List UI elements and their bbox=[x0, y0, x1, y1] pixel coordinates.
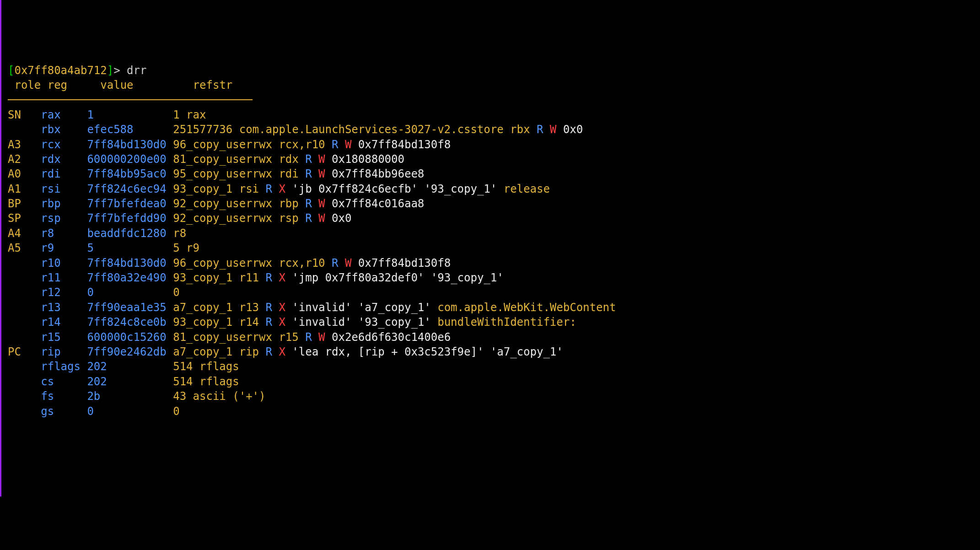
reg-cell: rsp bbox=[41, 211, 87, 226]
refstr-segment: release bbox=[504, 183, 550, 195]
refstr-segment: W bbox=[318, 212, 332, 225]
refstr-segment: 81_copy_userrwx r15 bbox=[173, 331, 305, 344]
register-rows: SNrax11 raxrbxefec588251577736 com.apple… bbox=[8, 108, 974, 419]
register-row: A1rsi7ff824c6ec9493_copy_1 rsi R X 'jb 0… bbox=[8, 182, 974, 196]
role-cell: SN bbox=[8, 108, 41, 122]
refstr-segment: R bbox=[266, 345, 279, 358]
refstr-cell: 81_copy_userrwx r15 R W 0x2e6d6f630c1400… bbox=[173, 331, 451, 344]
reg-cell: r9 bbox=[41, 241, 87, 255]
register-row: A4r8beaddfdc1280r8 bbox=[8, 226, 974, 241]
terminal-output[interactable]: [0x7ff80a4ab712]> drr role reg value ref… bbox=[8, 63, 974, 419]
register-row: A3rcx7ff84bd130d096_copy_userrwx rcx,r10… bbox=[8, 137, 974, 152]
reg-cell: rbp bbox=[41, 196, 87, 211]
register-row: r117ff80a32e49093_copy_1 r11 R X 'jmp 0x… bbox=[8, 270, 974, 285]
refstr-segment: R bbox=[266, 316, 279, 329]
register-row: SPrsp7ff7bfefdd9092_copy_userrwx rsp R W… bbox=[8, 211, 974, 226]
refstr-cell: 5 r9 bbox=[173, 242, 199, 254]
reg-cell: cs bbox=[41, 374, 87, 389]
value-cell: 600000c15260 bbox=[87, 330, 173, 345]
value-cell: 0 bbox=[87, 285, 173, 300]
refstr-segment: 0x0 bbox=[563, 123, 583, 136]
register-row: r137ff90eaa1e35a7_copy_1 r13 R X 'invali… bbox=[8, 300, 974, 315]
value-cell: efec588 bbox=[87, 122, 173, 137]
refstr-segment: 93_copy_1 r14 bbox=[173, 316, 265, 329]
register-row: fs2b43 ascii ('+') bbox=[8, 389, 974, 404]
header-row: role reg value refstr bbox=[8, 79, 232, 92]
value-cell: 1 bbox=[87, 108, 173, 122]
refstr-segment: a7_copy_1 rip bbox=[173, 345, 265, 358]
prompt-marker: > bbox=[113, 64, 127, 77]
refstr-cell: 95_copy_userrwx rdi R W 0x7ff84bb96ee8 bbox=[173, 167, 424, 180]
refstr-segment: 514 rflags bbox=[173, 360, 239, 373]
register-row: A0rdi7ff84bb95ac095_copy_userrwx rdi R W… bbox=[8, 167, 974, 181]
refstr-segment: X bbox=[279, 183, 292, 195]
value-cell: 5 bbox=[87, 241, 173, 255]
register-row: rflags202514 rflags bbox=[8, 359, 974, 374]
refstr-segment: R bbox=[332, 257, 345, 270]
refstr-segment: r8 bbox=[173, 227, 186, 240]
reg-cell: r10 bbox=[41, 256, 87, 270]
refstr-cell: 514 rflags bbox=[173, 360, 239, 373]
prompt-address: 0x7ff80a4ab712 bbox=[14, 64, 107, 77]
prompt-line: [0x7ff80a4ab712]> drr bbox=[8, 64, 146, 77]
refstr-cell: 92_copy_userrwx rsp R W 0x0 bbox=[173, 212, 351, 225]
register-row: gs00 bbox=[8, 404, 974, 419]
value-cell: 0 bbox=[87, 404, 173, 419]
register-row: rbxefec588251577736 com.apple.LaunchServ… bbox=[8, 122, 974, 137]
register-row: BPrbp7ff7bfefdea092_copy_userrwx rbp R W… bbox=[8, 196, 974, 211]
refstr-segment: 5 r9 bbox=[173, 242, 199, 254]
refstr-segment: 0x0 bbox=[332, 212, 351, 225]
reg-cell: rip bbox=[41, 345, 87, 359]
refstr-segment: 251577736 com.apple.LaunchServices-3027-… bbox=[173, 123, 537, 136]
reg-cell: r15 bbox=[41, 330, 87, 345]
refstr-segment: W bbox=[318, 153, 332, 166]
refstr-cell: 1 rax bbox=[173, 108, 206, 121]
refstr-segment: R bbox=[305, 167, 318, 180]
refstr-segment: 0 bbox=[173, 286, 179, 299]
refstr-segment: W bbox=[318, 167, 332, 180]
value-cell: 202 bbox=[87, 374, 173, 389]
refstr-segment: 96_copy_userrwx rcx,r10 bbox=[173, 138, 332, 151]
refstr-cell: 93_copy_1 r14 R X 'invalid' '93_copy_1' … bbox=[173, 316, 576, 329]
register-row: cs202514 rflags bbox=[8, 374, 974, 389]
register-row: A2rdx600000200e0081_copy_userrwx rdx R W… bbox=[8, 152, 974, 167]
refstr-cell: 251577736 com.apple.LaunchServices-3027-… bbox=[173, 123, 583, 136]
refstr-segment: 0x180880000 bbox=[332, 153, 404, 166]
refstr-segment: 0x7ff84c016aa8 bbox=[332, 197, 424, 210]
refstr-segment: 'lea rdx, [rip + 0x3c523f9e]' 'a7_copy_1… bbox=[292, 345, 563, 358]
header-value: value bbox=[100, 79, 186, 92]
refstr-cell: 92_copy_userrwx rbp R W 0x7ff84c016aa8 bbox=[173, 197, 424, 210]
refstr-segment: 0x7ff84bb96ee8 bbox=[332, 167, 424, 180]
refstr-segment: 95_copy_userrwx rdi bbox=[173, 167, 305, 180]
role-cell: A4 bbox=[8, 226, 41, 241]
refstr-segment: a7_copy_1 r13 bbox=[173, 301, 265, 314]
refstr-cell: 93_copy_1 r11 R X 'jmp 0x7ff80a32def0' '… bbox=[173, 271, 503, 284]
value-cell: 202 bbox=[87, 359, 173, 374]
header-refstr: refstr bbox=[193, 79, 233, 92]
prompt-bracket-open: [ bbox=[8, 64, 14, 77]
refstr-segment: R bbox=[266, 183, 279, 195]
refstr-segment: 1 rax bbox=[173, 108, 206, 121]
refstr-segment: 0x7ff84bd130f8 bbox=[358, 257, 451, 270]
reg-cell: fs bbox=[41, 389, 87, 404]
value-cell: 7ff90e2462db bbox=[87, 345, 173, 359]
reg-cell: rcx bbox=[41, 137, 87, 152]
refstr-cell: 0 bbox=[173, 405, 179, 418]
refstr-segment: 81_copy_userrwx rdx bbox=[173, 153, 305, 166]
refstr-segment: 92_copy_userrwx rbp bbox=[173, 197, 305, 210]
value-cell: 7ff84bb95ac0 bbox=[87, 167, 173, 181]
refstr-segment: X bbox=[279, 345, 292, 358]
role-cell: A1 bbox=[8, 182, 41, 196]
refstr-segment: 'jmp 0x7ff80a32def0' '93_copy_1' bbox=[292, 271, 503, 284]
divider-line: ───────────────────────────────────── bbox=[8, 93, 253, 106]
value-cell: beaddfdc1280 bbox=[87, 226, 173, 241]
refstr-segment: W bbox=[345, 138, 358, 151]
refstr-segment: 'invalid' 'a7_copy_1' bbox=[292, 301, 437, 314]
role-cell: PC bbox=[8, 345, 41, 359]
refstr-segment: X bbox=[279, 301, 292, 314]
header-role: role bbox=[8, 79, 41, 92]
refstr-segment: W bbox=[318, 331, 332, 344]
reg-cell: r14 bbox=[41, 315, 87, 329]
refstr-segment: 'jb 0x7ff824c6ecfb' '93_copy_1' bbox=[292, 183, 503, 195]
reg-cell: r12 bbox=[41, 285, 87, 300]
